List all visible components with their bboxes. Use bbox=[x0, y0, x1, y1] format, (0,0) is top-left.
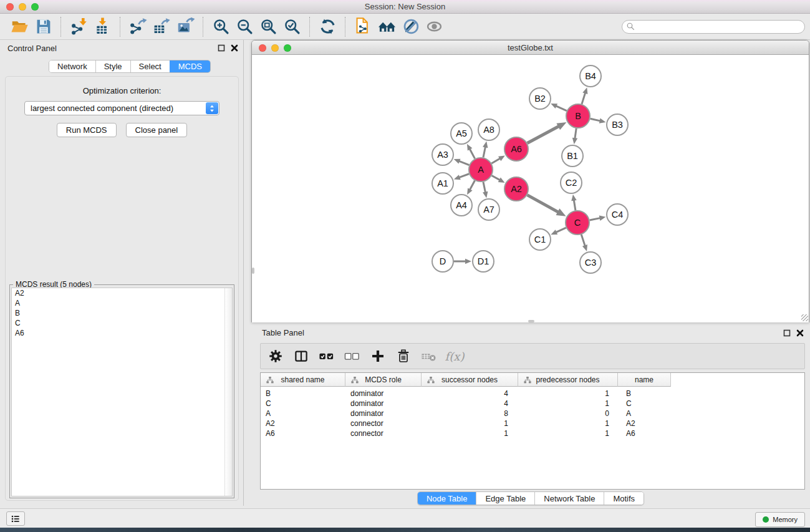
function-button[interactable]: f(x) bbox=[446, 348, 463, 364]
graph-node-A4[interactable]: A4 bbox=[451, 195, 472, 216]
graph-edge-B-B2[interactable] bbox=[551, 104, 567, 111]
result-item[interactable]: B bbox=[12, 308, 232, 318]
float-panel-icon[interactable] bbox=[218, 44, 225, 52]
tab-mcds[interactable]: MCDS bbox=[170, 60, 210, 72]
graph-node-C3[interactable]: C3 bbox=[580, 252, 601, 273]
table-row-A[interactable]: Adominator80A bbox=[261, 409, 804, 418]
select-stepper[interactable] bbox=[206, 102, 218, 114]
import-network-button[interactable] bbox=[67, 16, 90, 37]
graph-edge-C-C2[interactable] bbox=[571, 195, 576, 210]
graph-node-D1[interactable]: D1 bbox=[473, 251, 494, 272]
graph-edge-A-A8[interactable] bbox=[483, 142, 488, 158]
table-row-C[interactable]: Cdominator41C bbox=[261, 399, 804, 409]
vertical-scroll-thumb[interactable] bbox=[252, 268, 254, 274]
tab-style[interactable]: Style bbox=[95, 60, 130, 72]
zoom-out-button[interactable] bbox=[233, 16, 256, 37]
split-columns-button[interactable] bbox=[293, 348, 309, 364]
result-item[interactable]: A6 bbox=[12, 328, 232, 338]
graph-edge-C-C1[interactable] bbox=[551, 228, 566, 235]
memory-button[interactable]: Memory bbox=[755, 512, 805, 527]
table-row-B[interactable]: Bdominator41B bbox=[261, 389, 804, 399]
zoom-selected-button[interactable] bbox=[280, 16, 304, 37]
graph-edge-A-A7[interactable] bbox=[483, 182, 488, 198]
column-header-shared-name[interactable]: shared name bbox=[261, 373, 345, 387]
network-window-titlebar[interactable]: testGlobe.txt bbox=[252, 41, 809, 55]
result-item[interactable]: C bbox=[12, 318, 232, 328]
task-history-button[interactable] bbox=[6, 511, 25, 526]
export-table-button[interactable] bbox=[150, 16, 173, 37]
horizontal-scroll-thumb[interactable] bbox=[528, 320, 534, 322]
import-table-button[interactable] bbox=[90, 16, 114, 37]
graph-node-A5[interactable]: A5 bbox=[451, 123, 472, 144]
close-table-panel-icon[interactable] bbox=[796, 329, 804, 337]
result-item[interactable]: A bbox=[12, 298, 232, 308]
graph-edge-A-A2[interactable] bbox=[492, 176, 505, 183]
column-header-predecessor-nodes[interactable]: predecessor nodes bbox=[518, 373, 618, 387]
clone-network-button[interactable] bbox=[351, 16, 375, 37]
delete-column-button[interactable] bbox=[421, 348, 437, 364]
graph-edge-C-C3[interactable] bbox=[581, 235, 587, 251]
graph-node-A6[interactable]: A6 bbox=[504, 137, 528, 161]
table-row-A6[interactable]: A6connector11A6 bbox=[261, 428, 804, 438]
float-table-panel-icon[interactable] bbox=[783, 329, 791, 337]
refresh-button[interactable] bbox=[316, 16, 339, 37]
graph-edge-A-A5[interactable] bbox=[467, 144, 475, 159]
add-button[interactable] bbox=[370, 348, 386, 364]
tab-edge-table[interactable]: Edge Table bbox=[476, 492, 534, 505]
graph-node-A[interactable]: A bbox=[469, 158, 493, 181]
resize-grip[interactable] bbox=[801, 314, 808, 321]
graph-edge-C-C4[interactable] bbox=[590, 216, 606, 221]
graph-node-B[interactable]: B bbox=[566, 104, 590, 128]
graph-node-A8[interactable]: A8 bbox=[478, 119, 499, 140]
graph-node-B2[interactable]: B2 bbox=[529, 88, 551, 109]
table-row-A2[interactable]: A2connector11A2 bbox=[261, 418, 804, 428]
graph-edge-A-A6[interactable] bbox=[491, 156, 505, 163]
graph-edge-A6-B[interactable] bbox=[528, 122, 567, 143]
column-header-mcds-role[interactable]: MCDS role bbox=[345, 373, 422, 387]
graph-node-A3[interactable]: A3 bbox=[432, 144, 453, 165]
style-off-button[interactable] bbox=[398, 16, 422, 37]
deselect-all-button[interactable] bbox=[344, 348, 360, 364]
graph-node-C4[interactable]: C4 bbox=[607, 204, 628, 225]
search-input[interactable] bbox=[622, 20, 805, 34]
graph-edge-B-B3[interactable] bbox=[591, 118, 606, 123]
close-panel-icon[interactable] bbox=[231, 44, 238, 52]
graph-edge-A-A3[interactable] bbox=[454, 159, 470, 165]
tab-select[interactable]: Select bbox=[130, 60, 170, 72]
graph-edge-B-B1[interactable] bbox=[572, 128, 577, 144]
graph-node-B3[interactable]: B3 bbox=[607, 114, 628, 135]
export-network-button[interactable] bbox=[126, 16, 150, 37]
tab-network[interactable]: Network bbox=[49, 60, 95, 72]
result-item[interactable]: A2 bbox=[12, 288, 232, 298]
column-header-successor-nodes[interactable]: successor nodes bbox=[422, 373, 518, 387]
delete-button[interactable] bbox=[395, 348, 412, 364]
graph-edge-A-A4[interactable] bbox=[467, 181, 475, 195]
tab-network-table[interactable]: Network Table bbox=[534, 492, 604, 505]
zoom-fit-button[interactable] bbox=[256, 16, 280, 37]
network-canvas[interactable]: B4B2BB3A8A5A6A3B1AC2A1A2A4A7C4CC1C3DD1 bbox=[252, 56, 809, 322]
home-pair-button[interactable] bbox=[375, 16, 398, 37]
eye-button[interactable] bbox=[422, 16, 446, 37]
gear-button[interactable] bbox=[268, 348, 284, 364]
graph-edge-A2-C[interactable] bbox=[528, 195, 566, 216]
tab-motifs[interactable]: Motifs bbox=[604, 492, 644, 505]
graph-node-B4[interactable]: B4 bbox=[580, 65, 601, 87]
run-mcds-button[interactable]: Run MCDS bbox=[57, 123, 117, 137]
save-button[interactable] bbox=[31, 16, 55, 37]
graph-node-C[interactable]: C bbox=[566, 211, 589, 235]
result-list-scrollbar[interactable] bbox=[224, 288, 232, 496]
open-folder-button[interactable] bbox=[7, 16, 31, 37]
column-header-name[interactable]: name bbox=[618, 373, 671, 387]
graph-edge-D-D1[interactable] bbox=[454, 259, 471, 264]
graph-node-A7[interactable]: A7 bbox=[478, 199, 499, 220]
graph-node-C1[interactable]: C1 bbox=[529, 229, 551, 250]
graph-edge-A-A1[interactable] bbox=[454, 174, 469, 180]
graph-node-A2[interactable]: A2 bbox=[504, 177, 528, 201]
graph-node-D[interactable]: D bbox=[432, 251, 453, 272]
select-all-button[interactable] bbox=[319, 348, 335, 364]
graph-node-C2[interactable]: C2 bbox=[561, 172, 582, 193]
close-panel-button[interactable]: Close panel bbox=[126, 123, 188, 137]
graph-edge-B-B4[interactable] bbox=[582, 87, 587, 104]
graph-node-B1[interactable]: B1 bbox=[562, 145, 583, 167]
export-image-button[interactable] bbox=[173, 16, 197, 37]
